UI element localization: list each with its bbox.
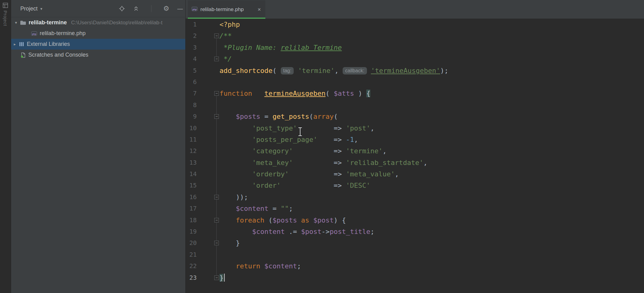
fold-marker-icon[interactable]: − <box>214 218 219 223</box>
code-token: 'order' <box>252 182 281 189</box>
code-line[interactable]: 22 return $content; <box>186 260 644 272</box>
gutter-cell[interactable]: 9− <box>186 111 219 122</box>
code-line[interactable]: 16− )); <box>186 191 644 203</box>
code-line[interactable]: 17 $content = ""; <box>186 203 644 214</box>
fold-marker-icon[interactable]: − <box>214 91 219 96</box>
gutter-cell[interactable]: 23− <box>186 272 219 283</box>
fold-marker-icon[interactable]: − <box>214 57 219 61</box>
tree-item-scratches[interactable]: Scratches and Consoles <box>11 50 185 60</box>
code-token: $posts <box>272 216 297 224</box>
code-token: $post <box>313 216 334 224</box>
code-text: 'posts_per_page' => -1, <box>219 134 644 145</box>
stripe-label[interactable]: Project <box>3 10 8 26</box>
code-token: ; <box>297 262 301 270</box>
code-token <box>309 216 313 224</box>
code-line[interactable]: 15 'order' => 'DESC' <box>186 180 644 191</box>
gutter-cell[interactable]: 22 <box>186 260 219 272</box>
gutter-cell[interactable]: 20− <box>186 237 219 249</box>
gutter-cell[interactable]: 17 <box>186 203 219 214</box>
close-icon[interactable]: ✕ <box>257 6 262 13</box>
gutter-cell[interactable]: 19 <box>186 226 219 237</box>
svg-text:php: php <box>32 32 36 35</box>
chevron-right-icon[interactable]: ▸ <box>12 42 17 46</box>
gear-icon[interactable]: ⚙ <box>163 5 170 12</box>
gutter-cell[interactable]: 12 <box>186 145 219 157</box>
project-tool-window-icon[interactable] <box>3 3 8 9</box>
code-text: $posts = get_posts(array( <box>219 111 644 122</box>
line-number: 16 <box>186 191 197 203</box>
gutter-cell[interactable]: 3 <box>186 42 219 53</box>
fold-marker-icon[interactable]: − <box>214 275 219 280</box>
code-line[interactable]: 11 'posts_per_page' => -1, <box>186 134 644 145</box>
tool-window-stripe: Project <box>0 0 11 293</box>
tree-item-external-libraries[interactable]: ▸ External Libraries <box>11 39 185 50</box>
code-token: *Plugin Name: <box>219 44 281 51</box>
code-text: 'order' => 'DESC' <box>219 180 644 191</box>
code-line[interactable]: 3 *Plugin Name: relilab Termine <box>186 42 644 53</box>
code-line[interactable]: 12 'category' => 'termine', <box>186 145 644 157</box>
code-line[interactable]: 20− } <box>186 237 644 249</box>
tree-item-project-root[interactable]: ▾ relilab-termine C:\Users\Daniel\Deskto… <box>11 17 185 28</box>
code-token: , <box>370 124 374 132</box>
gutter-cell[interactable]: 7− <box>186 88 219 99</box>
gutter-cell[interactable]: 5 <box>186 65 219 76</box>
tree-item-label: External Libraries <box>27 41 70 47</box>
gutter-cell[interactable]: 2− <box>186 30 219 42</box>
gutter-cell[interactable]: 6 <box>186 76 219 88</box>
gutter-cell[interactable]: 1 <box>186 19 219 30</box>
editor-area[interactable]: php relilab-termine.php ✕ 1<?php2−/**3 *… <box>186 0 644 293</box>
gutter-cell[interactable]: 13 <box>186 157 219 168</box>
tree-item-label: Scratches and Consoles <box>28 52 88 58</box>
code-line[interactable]: 19 $content .= $post->post_title; <box>186 226 644 237</box>
gutter-cell[interactable]: 21 <box>186 249 219 260</box>
locate-file-button[interactable] <box>118 5 126 12</box>
code-line[interactable]: 18− foreach ($posts as $post) { <box>186 215 644 226</box>
gutter-cell[interactable]: 14 <box>186 168 219 180</box>
code-token <box>294 67 298 74</box>
gutter-cell[interactable]: 10 <box>186 122 219 134</box>
code-text <box>219 99 644 111</box>
code-line[interactable]: 10 'post_type' => 'post', <box>186 122 644 134</box>
code-line[interactable]: 5add_shortcode( tag: 'termine', callback… <box>186 65 644 76</box>
code-line[interactable]: 9− $posts = get_posts(array( <box>186 111 644 122</box>
line-number: 10 <box>186 122 197 134</box>
code-line[interactable]: 6 <box>186 76 644 88</box>
tab-relilab-termine-php[interactable]: php relilab-termine.php ✕ <box>188 0 265 19</box>
code-token: => <box>317 136 346 143</box>
gutter-cell[interactable]: 8 <box>186 99 219 111</box>
code-line[interactable]: 14 'orderby' => 'meta_value', <box>186 168 644 180</box>
code-token: ; <box>289 205 293 212</box>
code-line[interactable]: 4− */ <box>186 53 644 65</box>
line-number: 5 <box>186 65 197 76</box>
fold-marker-icon[interactable]: − <box>214 195 219 199</box>
collapse-all-button[interactable] <box>132 5 140 12</box>
tree-item-php-file[interactable]: php relilab-termine.php <box>11 28 185 39</box>
code-line[interactable]: 2−/** <box>186 30 644 42</box>
code-lines[interactable]: 1<?php2−/**3 *Plugin Name: relilab Termi… <box>186 19 644 283</box>
line-number: 23 <box>186 272 197 283</box>
code-line[interactable]: 8 <box>186 99 644 111</box>
code-token: 'post' <box>346 124 370 132</box>
gutter-cell[interactable]: 15 <box>186 180 219 191</box>
code-line[interactable]: 21 <box>186 249 644 260</box>
code-line[interactable]: 7−function termineAusgeben( $atts ) { <box>186 88 644 99</box>
code-line[interactable]: 23−} <box>186 272 644 283</box>
gutter-cell[interactable]: 11 <box>186 134 219 145</box>
code-text: /** <box>219 30 644 42</box>
hide-panel-button[interactable]: — <box>176 5 184 12</box>
code-token <box>219 159 252 167</box>
fold-marker-icon[interactable]: − <box>214 241 219 245</box>
fold-marker-icon[interactable]: − <box>214 114 219 119</box>
code-line[interactable]: 1<?php <box>186 19 644 30</box>
gutter-cell[interactable]: 18− <box>186 215 219 226</box>
project-panel-title[interactable]: Project ▾ <box>20 0 42 17</box>
gutter-cell[interactable]: 4− <box>186 53 219 65</box>
code-line[interactable]: 13 'meta_key' => 'relilab_startdate', <box>186 157 644 168</box>
ide-window: Project Project ▾ ⚙ — <box>0 0 644 293</box>
line-number: 21 <box>186 249 197 260</box>
chevron-down-icon[interactable]: ▾ <box>14 20 18 25</box>
line-number: 1 <box>186 19 197 30</box>
fold-marker-icon[interactable]: − <box>214 34 219 38</box>
code-text <box>219 76 644 88</box>
gutter-cell[interactable]: 16− <box>186 191 219 203</box>
